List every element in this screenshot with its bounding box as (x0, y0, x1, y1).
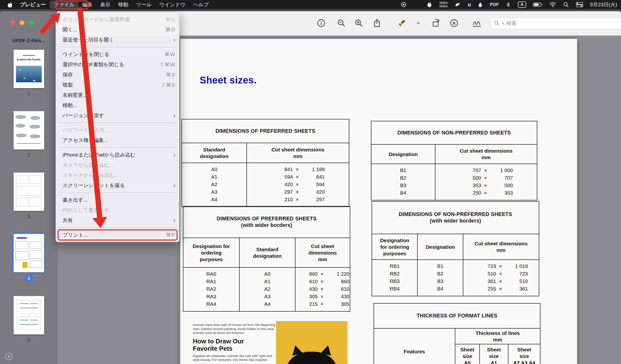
pdf-status-icon[interactable]: PDF (490, 2, 499, 7)
apple-menu[interactable] (4, 2, 16, 8)
page-thumbnail-5[interactable]: 5 (14, 296, 44, 343)
annotate-icon[interactable]: A (449, 18, 459, 28)
thumb-art (16, 251, 28, 260)
menu-item[interactable]: プリント... ⌘P › (56, 230, 179, 240)
spotlight-search-icon[interactable] (563, 2, 569, 8)
screen: UPDF-2-files... Explore the Pacific 1 (0, 0, 621, 364)
chevron-down-icon[interactable] (415, 18, 422, 28)
thumb-art (16, 198, 28, 207)
page-thumbnail-2[interactable]: 2 (14, 111, 44, 158)
zoom-out-icon[interactable] (336, 18, 347, 28)
menu-item[interactable]: 選択中のPDF書類を閉じる ⇧⌘W › (56, 59, 179, 70)
menu-item[interactable]: パスワードを入力... › (56, 125, 179, 135)
menu-item[interactable]: ウインドウを閉じる ⌘W › (56, 49, 179, 59)
menu-item[interactable]: iPhoneまたはiPadから読み込む › (56, 150, 179, 160)
thumb-art (30, 261, 42, 268)
menubar-clock[interactable]: 9月23日(火) (590, 1, 617, 8)
menu-separator: › (59, 192, 176, 193)
page-thumbnails: Explore the Pacific 1 (0, 50, 57, 357)
bird-status-icon[interactable] (455, 1, 461, 8)
highlighter-pen-icon[interactable] (396, 18, 407, 28)
menu-item[interactable]: クリップボードから新規作成 ⌘N › (56, 14, 179, 24)
target-status-icon[interactable] (400, 1, 407, 8)
menubar-file-menu[interactable]: ファイル (50, 0, 78, 9)
u-app-status-icon[interactable]: u (468, 1, 471, 8)
page-number: 1 (27, 91, 30, 97)
menubar-window-menu[interactable]: ウインドウ (155, 0, 189, 9)
menu-item[interactable]: 名称変更... › (56, 90, 179, 100)
menu-item[interactable]: バージョンを戻す › (56, 110, 179, 121)
thumbnail-image-1[interactable]: Explore the Pacific (14, 50, 44, 88)
cat-silhouette (287, 352, 337, 364)
close-window-button[interactable] (10, 20, 15, 25)
add-page-button[interactable]: + (5, 353, 13, 360)
crescent-status-icon[interactable] (414, 2, 419, 8)
menu-item[interactable]: 保存 ⌘S › (56, 70, 179, 80)
thumbnail-image-3[interactable] (14, 173, 44, 211)
page-heading: Sheet sizes. (200, 75, 257, 86)
submenu-chevron-icon: › (173, 37, 175, 42)
thumbnail-image-2[interactable] (14, 111, 44, 150)
search-input[interactable] (506, 20, 621, 26)
drop-status-icon[interactable] (478, 2, 483, 8)
thumb-art (16, 186, 41, 196)
share-icon[interactable] (372, 18, 382, 28)
menu-item[interactable]: 共有 › (56, 215, 179, 225)
page-thumbnail-1[interactable]: Explore the Pacific 1 (14, 50, 44, 97)
signature-icon[interactable] (472, 18, 482, 28)
menu-item[interactable]: 最近使った項目を開く › (56, 35, 179, 45)
thumbnail-image-4-selected[interactable] (14, 234, 44, 272)
menu-item[interactable]: 開く... ⌘O › (56, 24, 179, 35)
page-thumbnail-4[interactable]: 4 (14, 234, 44, 281)
menu-item[interactable]: スキャナから読み込む... › (56, 170, 179, 180)
wifi-icon[interactable] (550, 2, 556, 8)
table-row: B2500×707 (371, 174, 537, 182)
traffic-lights (10, 20, 34, 25)
table-row: B1707×1 000 (371, 164, 537, 174)
search-field[interactable] (490, 18, 621, 29)
battery-icon[interactable] (533, 2, 543, 8)
input-source-indicator[interactable]: A (518, 1, 526, 8)
submenu-chevron-icon: › (173, 218, 175, 223)
zoom-in-icon[interactable] (353, 18, 364, 28)
page-number: 3 (27, 214, 30, 219)
menubar-app-menu[interactable]: プレビュー (16, 0, 50, 9)
bluetooth-icon[interactable] (506, 1, 511, 8)
thumb-art (20, 324, 38, 325)
menubar-view-menu[interactable]: 表示 (96, 0, 114, 9)
page-number: 2 (27, 152, 30, 158)
zoom-window-button[interactable] (29, 20, 34, 25)
menubar: プレビュー ファイル 編集 表示 移動 ツール ウインドウ ヘルプ 0KB/s … (0, 0, 621, 9)
table-row: A2420×594 (182, 181, 349, 188)
menu-item[interactable]: スクリーンショットを撮る › (56, 180, 179, 191)
menu-item[interactable]: 書き出す... › (56, 195, 179, 205)
minimize-window-button[interactable] (20, 20, 24, 25)
menubar-help-menu[interactable]: ヘルプ (189, 0, 212, 9)
page-thumbnail-3[interactable]: 3 (14, 173, 44, 219)
pdf-page: Sheet sizes. DIMENSIONS OF PREFERRED SHE… (180, 39, 577, 364)
thumb-art (33, 80, 35, 81)
menu-item[interactable]: アクセス権を編集... › (56, 135, 179, 145)
menu-separator: › (59, 227, 176, 228)
menubar-edit-menu[interactable]: 編集 (78, 0, 96, 9)
menubar-status-items: 0KB/s 0KB/s u PDF A (400, 1, 621, 8)
thumb-art (16, 124, 25, 128)
menu-item[interactable]: 複製 ⇧⌘S › (56, 80, 179, 90)
info-icon[interactable] (316, 18, 327, 28)
table-row: B4250×353 (371, 189, 537, 200)
menubar-tools-menu[interactable]: ツール (132, 0, 155, 9)
network-speed-indicator[interactable]: 0KB/s 0KB/s (439, 1, 448, 8)
control-center-icon[interactable] (576, 2, 583, 8)
thumb-art (17, 316, 41, 330)
menu-item[interactable]: PDFとして書き出す... › (56, 205, 179, 215)
table-row: RA1A1610×860 (183, 277, 350, 285)
menubar-go-menu[interactable]: 移動 (114, 0, 132, 9)
thumb-art (30, 303, 38, 304)
menu-item[interactable]: 移動... › (56, 100, 179, 110)
thumbnail-image-5[interactable] (14, 296, 44, 334)
rotate-icon[interactable] (431, 18, 441, 28)
cat-status-icon[interactable] (426, 1, 432, 8)
thumb-art (30, 241, 42, 248)
search-scope-chevron-icon (501, 22, 505, 25)
menu-item[interactable]: カメラから読み込む... › (56, 160, 179, 170)
